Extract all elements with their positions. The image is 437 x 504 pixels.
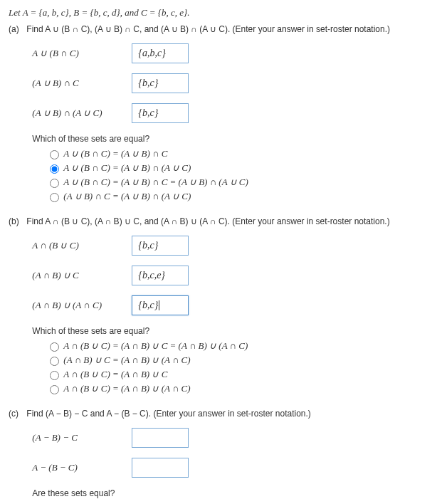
part-b-row-0-label: A ∩ (B ∪ C) <box>32 240 132 251</box>
part-c-row-0: (A − B) − C <box>32 426 425 450</box>
part-a-row-1: (A ∪ B) ∩ C {b,c} <box>32 71 425 95</box>
part-b-which: Which of these sets are equal? <box>32 326 425 336</box>
part-a-radio-0[interactable] <box>50 150 59 159</box>
part-b-option-2: A ∩ (B ∪ C) = (A ∩ B) ∪ C <box>46 369 425 380</box>
part-b-row-1-label: (A ∩ B) ∪ C <box>32 270 132 281</box>
part-a-option-2-label: A ∪ (B ∩ C) = (A ∪ B) ∩ C = (A ∪ B) ∩ (A… <box>63 177 248 188</box>
part-b-option-3-label: A ∩ (B ∪ C) = (A ∩ B) ∪ (A ∩ C) <box>63 383 190 394</box>
part-a-option-0: A ∪ (B ∩ C) = (A ∪ B) ∩ C <box>46 148 425 159</box>
part-a: (a) Find A ∪ (B ∩ C), (A ∪ B) ∩ C, and (… <box>9 24 428 205</box>
part-c-row-1: A − (B − C) <box>32 456 425 480</box>
part-c: (c) Find (A − B) − C and A − (B − C). (E… <box>9 409 428 504</box>
part-a-option-2: A ∪ (B ∩ C) = (A ∪ B) ∩ C = (A ∪ B) ∩ (A… <box>46 177 425 188</box>
part-b-option-2-label: A ∩ (B ∪ C) = (A ∩ B) ∪ C <box>63 369 167 380</box>
part-a-label: (a) <box>9 24 24 34</box>
part-b-option-3: A ∩ (B ∪ C) = (A ∩ B) ∪ (A ∩ C) <box>46 383 425 394</box>
part-b-radio-1[interactable] <box>50 357 59 366</box>
part-c-row-1-input[interactable] <box>132 458 189 478</box>
part-a-row-2-label: (A ∪ B) ∩ (A ∪ C) <box>32 107 132 119</box>
part-a-radio-2[interactable] <box>50 179 59 188</box>
part-a-radio-3[interactable] <box>50 193 59 202</box>
part-b-row-2-label: (A ∩ B) ∪ (A ∩ C) <box>32 300 132 311</box>
part-a-option-0-label: A ∪ (B ∩ C) = (A ∪ B) ∩ C <box>63 148 167 159</box>
intro-text: Let A = {a, b, c}, B = {b, c, d}, and C … <box>9 7 428 19</box>
part-b-row-0-input[interactable]: {b,c} <box>132 236 189 256</box>
part-a-prompt: Find A ∪ (B ∩ C), (A ∪ B) ∩ C, and (A ∪ … <box>26 24 425 34</box>
part-c-label: (c) <box>9 409 24 419</box>
part-a-row-2-input[interactable]: {b,c} <box>132 103 189 123</box>
part-a-row-0: A ∪ (B ∩ C) {a,b,c} <box>32 41 425 65</box>
part-a-option-3-label: (A ∪ B) ∩ C = (A ∪ B) ∩ (A ∪ C) <box>63 191 191 202</box>
part-b-row-2: (A ∩ B) ∪ (A ∩ C) {b,c} <box>32 293 425 317</box>
part-a-row-1-label: (A ∪ B) ∩ C <box>32 78 132 89</box>
part-c-which: Are these sets equal? <box>32 488 425 498</box>
part-a-row-1-input[interactable]: {b,c} <box>132 73 189 93</box>
part-b-radio-3[interactable] <box>50 385 59 394</box>
part-a-row-2: (A ∪ B) ∩ (A ∪ C) {b,c} <box>32 101 425 125</box>
part-b-row-1-input[interactable]: {b,c,e} <box>132 266 189 285</box>
part-b-option-0-label: A ∩ (B ∪ C) = (A ∩ B) ∪ C = (A ∩ B) ∪ (A… <box>63 340 248 352</box>
part-a-option-1-label: A ∪ (B ∩ C) = (A ∪ B) ∩ (A ∪ C) <box>63 162 191 174</box>
text-cursor <box>159 300 159 310</box>
part-b-prompt: Find A ∩ (B ∪ C), (A ∩ B) ∪ C, and (A ∩ … <box>26 216 425 226</box>
part-b-row-2-input[interactable]: {b,c} <box>132 295 189 315</box>
part-c-row-0-label: (A − B) − C <box>32 432 132 443</box>
part-c-row-1-label: A − (B − C) <box>32 462 132 473</box>
part-a-radio-1[interactable] <box>50 164 59 174</box>
part-a-option-3: (A ∪ B) ∩ C = (A ∪ B) ∩ (A ∪ C) <box>46 191 425 202</box>
part-a-option-1: A ∪ (B ∩ C) = (A ∪ B) ∩ (A ∪ C) <box>46 162 425 174</box>
part-b: (b) Find A ∩ (B ∪ C), (A ∩ B) ∪ C, and (… <box>9 216 428 397</box>
part-a-row-0-label: A ∪ (B ∩ C) <box>32 48 132 59</box>
part-b-option-1-label: (A ∩ B) ∪ C = (A ∩ B) ∪ (A ∩ C) <box>63 355 190 366</box>
part-b-label: (b) <box>9 216 24 226</box>
part-b-row-1: (A ∩ B) ∪ C {b,c,e} <box>32 263 425 288</box>
part-b-radio-2[interactable] <box>50 371 59 380</box>
part-b-option-0: A ∩ (B ∪ C) = (A ∩ B) ∪ C = (A ∩ B) ∪ (A… <box>46 340 425 352</box>
part-c-prompt: Find (A − B) − C and A − (B − C). (Enter… <box>26 409 425 419</box>
part-b-radio-0[interactable] <box>50 342 59 352</box>
part-b-option-1: (A ∩ B) ∪ C = (A ∩ B) ∪ (A ∩ C) <box>46 355 425 366</box>
part-b-row-0: A ∩ (B ∪ C) {b,c} <box>32 233 425 258</box>
part-c-row-0-input[interactable] <box>132 428 189 448</box>
part-a-row-0-input[interactable]: {a,b,c} <box>132 43 189 63</box>
part-a-which: Which of these sets are equal? <box>32 134 425 144</box>
